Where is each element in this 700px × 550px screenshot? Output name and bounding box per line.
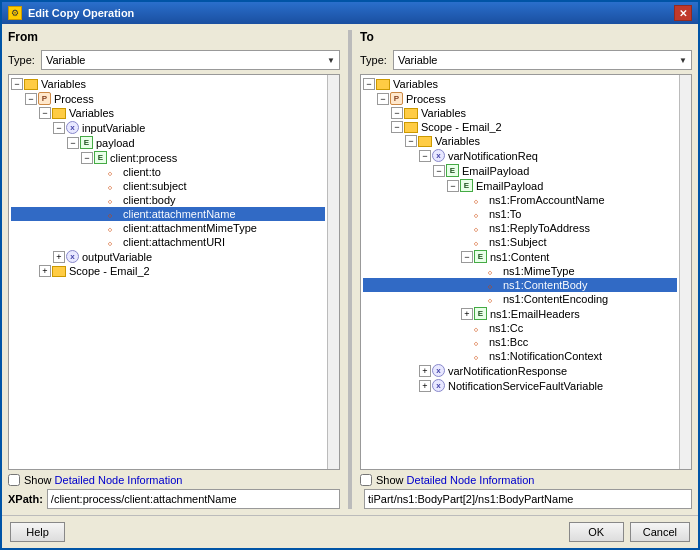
- tree-item-label: ns1:ContentEncoding: [503, 293, 608, 305]
- tree-item-client_subject[interactable]: ⬦client:subject: [11, 179, 325, 193]
- from-checkbox[interactable]: [8, 474, 20, 486]
- tree-item-client_body[interactable]: ⬦client:body: [11, 193, 325, 207]
- folder-icon: [376, 79, 390, 90]
- tree-item-client_attachmentMimeType[interactable]: ⬦client:attachmentMimeType: [11, 221, 325, 235]
- to-type-row: Type: Variable ▼: [360, 50, 692, 70]
- from-type-arrow: ▼: [327, 56, 335, 65]
- tree-item-label: ns1:Cc: [489, 322, 523, 334]
- to-checkbox[interactable]: [360, 474, 372, 486]
- tree-item-payload[interactable]: −Epayload: [11, 135, 325, 150]
- to-scrollbar[interactable]: [679, 75, 691, 469]
- tree-item-ns1_Subject[interactable]: ⬦ns1:Subject: [363, 235, 677, 249]
- tree-item-ns1_MimeType[interactable]: ⬦ns1:MimeType: [363, 264, 677, 278]
- tree-item-label: ns1:Subject: [489, 236, 546, 248]
- tree-item-process[interactable]: −PProcess: [363, 91, 677, 106]
- toggle-icon[interactable]: −: [391, 107, 403, 119]
- to-xpath-input[interactable]: [364, 489, 692, 509]
- attr-icon: ⬦: [107, 237, 120, 248]
- toggle-icon[interactable]: −: [461, 251, 473, 263]
- tree-item-inputVariable[interactable]: −xinputVariable: [11, 120, 325, 135]
- tree-item-varNotificationResponse[interactable]: +xvarNotificationResponse: [363, 363, 677, 378]
- folder-icon: [52, 108, 66, 119]
- tree-item-ns1_EmailHeaders[interactable]: +Ens1:EmailHeaders: [363, 306, 677, 321]
- tree-item-vars[interactable]: −Variables: [363, 77, 677, 91]
- tree-item-outputVariable[interactable]: +xoutputVariable: [11, 249, 325, 264]
- toggle-icon[interactable]: −: [39, 107, 51, 119]
- toggle-icon[interactable]: −: [81, 152, 93, 164]
- tree-item-label: ns1:ContentBody: [503, 279, 587, 291]
- attr-icon: ⬦: [107, 223, 120, 234]
- from-detailed-link[interactable]: Detailed Node Information: [55, 474, 183, 486]
- tree-item-ns1_ContentBody[interactable]: ⬦ns1:ContentBody: [363, 278, 677, 292]
- toggle-icon[interactable]: +: [39, 265, 51, 277]
- from-panel-bottom: Show Detailed Node Information XPath:: [8, 474, 340, 509]
- tree-item-ns1_Content[interactable]: −Ens1:Content: [363, 249, 677, 264]
- attr-icon: ⬦: [473, 337, 486, 348]
- tree-item-ns1_NotificationContext[interactable]: ⬦ns1:NotificationContext: [363, 349, 677, 363]
- to-detailed-link[interactable]: Detailed Node Information: [407, 474, 535, 486]
- from-type-select[interactable]: Variable ▼: [41, 50, 340, 70]
- tree-item-label: ns1:Bcc: [489, 336, 528, 348]
- toggle-icon[interactable]: −: [363, 78, 375, 90]
- attr-icon: ⬦: [107, 195, 120, 206]
- tree-item-varNotificationReq[interactable]: −xvarNotificationReq: [363, 148, 677, 163]
- toggle-icon[interactable]: −: [377, 93, 389, 105]
- tree-item-NotificationServiceFaultVariable[interactable]: +xNotificationServiceFaultVariable: [363, 378, 677, 393]
- tree-item-client_attachmentURI[interactable]: ⬦client:attachmentURI: [11, 235, 325, 249]
- tree-item-label: Variables: [421, 107, 466, 119]
- process-icon: P: [38, 92, 51, 105]
- to-type-select[interactable]: Variable ▼: [393, 50, 692, 70]
- tree-item-ns1_To[interactable]: ⬦ns1:To: [363, 207, 677, 221]
- var-icon: x: [432, 149, 445, 162]
- tree-item-label: ns1:Content: [490, 251, 549, 263]
- tree-item-EmailPayload2[interactable]: −EEmailPayload: [363, 178, 677, 193]
- tree-item-variables3[interactable]: −Variables: [363, 134, 677, 148]
- from-scrollbar[interactable]: [327, 75, 339, 469]
- attr-icon: ⬦: [473, 351, 486, 362]
- tree-item-variables2[interactable]: −Variables: [11, 106, 325, 120]
- tree-item-client_to[interactable]: ⬦client:to: [11, 165, 325, 179]
- tree-item-process[interactable]: −PProcess: [11, 91, 325, 106]
- tree-item-variables2[interactable]: −Variables: [363, 106, 677, 120]
- toggle-icon[interactable]: −: [405, 135, 417, 147]
- tree-item-label: inputVariable: [82, 122, 145, 134]
- toggle-icon[interactable]: −: [433, 165, 445, 177]
- to-type-arrow: ▼: [679, 56, 687, 65]
- tree-item-ns1_FromAccountName[interactable]: ⬦ns1:FromAccountName: [363, 193, 677, 207]
- toggle-icon[interactable]: −: [67, 137, 79, 149]
- toggle-icon[interactable]: +: [419, 365, 431, 377]
- tree-item-client_attachmentName[interactable]: ⬦client:attachmentName: [11, 207, 325, 221]
- cancel-button[interactable]: Cancel: [630, 522, 690, 542]
- window-title: Edit Copy Operation: [28, 7, 134, 19]
- tree-item-scope_email2[interactable]: −Scope - Email_2: [363, 120, 677, 134]
- toggle-icon[interactable]: −: [53, 122, 65, 134]
- to-checkbox-row: Show Detailed Node Information: [360, 474, 692, 486]
- toggle-icon[interactable]: +: [461, 308, 473, 320]
- from-tree[interactable]: −Variables−PProcess−Variables−xinputVari…: [9, 75, 327, 469]
- toggle-icon[interactable]: +: [419, 380, 431, 392]
- var-icon: x: [66, 250, 79, 263]
- tree-item-label: client:process: [110, 152, 177, 164]
- toggle-icon[interactable]: −: [25, 93, 37, 105]
- close-button[interactable]: ✕: [674, 5, 692, 21]
- folder-icon: [404, 122, 418, 133]
- tree-item-EmailPayload[interactable]: −EEmailPayload: [363, 163, 677, 178]
- toggle-icon[interactable]: −: [419, 150, 431, 162]
- tree-item-ns1_Bcc[interactable]: ⬦ns1:Bcc: [363, 335, 677, 349]
- tree-item-ns1_ContentEncoding[interactable]: ⬦ns1:ContentEncoding: [363, 292, 677, 306]
- tree-item-client_process[interactable]: −Eclient:process: [11, 150, 325, 165]
- tree-item-label: ns1:MimeType: [503, 265, 575, 277]
- toggle-icon[interactable]: −: [447, 180, 459, 192]
- tree-item-ns1_ReplyToAddress[interactable]: ⬦ns1:ReplyToAddress: [363, 221, 677, 235]
- ok-button[interactable]: OK: [569, 522, 624, 542]
- process-icon: P: [390, 92, 403, 105]
- toggle-icon[interactable]: +: [53, 251, 65, 263]
- from-xpath-input[interactable]: [47, 489, 340, 509]
- to-tree[interactable]: −Variables−PProcess−Variables−Scope - Em…: [361, 75, 679, 469]
- toggle-icon[interactable]: −: [391, 121, 403, 133]
- toggle-icon[interactable]: −: [11, 78, 23, 90]
- tree-item-scope_email2[interactable]: +Scope - Email_2: [11, 264, 325, 278]
- help-button[interactable]: Help: [10, 522, 65, 542]
- tree-item-ns1_Cc[interactable]: ⬦ns1:Cc: [363, 321, 677, 335]
- tree-item-vars[interactable]: −Variables: [11, 77, 325, 91]
